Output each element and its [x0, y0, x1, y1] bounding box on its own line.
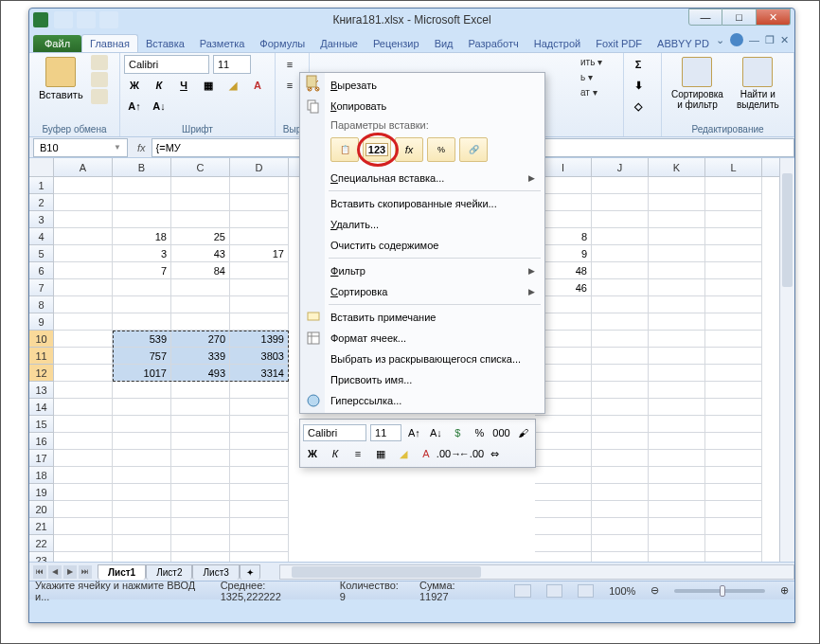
cell-B17[interactable]	[113, 450, 171, 467]
zoom-in-button[interactable]: ⊕	[780, 584, 789, 597]
row-header-23[interactable]: 23	[29, 552, 54, 562]
ctx-format-cells[interactable]: Формат ячеек...	[302, 328, 543, 349]
cell-J7[interactable]	[592, 279, 649, 296]
row-header-9[interactable]: 9	[29, 313, 54, 331]
qat-undo-icon[interactable]	[77, 11, 96, 28]
file-tab[interactable]: Файл	[33, 35, 81, 52]
cell-C10[interactable]: 270	[171, 331, 230, 348]
cell-L1[interactable]	[705, 177, 762, 194]
cell-K16[interactable]	[649, 433, 705, 450]
cell-D19[interactable]	[230, 484, 289, 501]
cell-A12[interactable]	[54, 365, 113, 382]
cell-J1[interactable]	[592, 177, 649, 194]
cell-A18[interactable]	[54, 467, 113, 484]
cell-B4[interactable]: 18	[113, 228, 171, 245]
cell-D18[interactable]	[230, 467, 289, 484]
row-header-2[interactable]: 2	[29, 194, 54, 211]
cell-D21[interactable]	[230, 518, 289, 535]
mt-border-icon[interactable]: ▦	[371, 445, 390, 462]
row-header-5[interactable]: 5	[29, 245, 54, 262]
ctx-clear[interactable]: Очистить содержимое	[302, 235, 543, 256]
col-D[interactable]: D	[230, 158, 289, 176]
font-name-combo[interactable]: Calibri	[124, 55, 209, 74]
row-header-3[interactable]: 3	[29, 211, 54, 228]
mt-currency-icon[interactable]: $	[449, 424, 467, 441]
paste-button[interactable]: Вставить	[33, 55, 89, 102]
cell-J12[interactable]	[592, 365, 649, 382]
cell-L3[interactable]	[705, 211, 762, 228]
cell-D1[interactable]	[230, 177, 289, 194]
cell-J6[interactable]	[592, 262, 649, 279]
row-header-12[interactable]: 12	[29, 365, 54, 382]
cell-D14[interactable]	[230, 399, 289, 416]
ctx-pick-from-list[interactable]: Выбрать из раскрывающегося списка...	[302, 349, 543, 369]
mt-fill-icon[interactable]: ◢	[394, 445, 413, 462]
row-header-20[interactable]: 20	[29, 501, 54, 518]
cell-I19[interactable]	[535, 484, 592, 501]
cell-K17[interactable]	[649, 450, 705, 467]
cell-I15[interactable]	[535, 416, 592, 433]
cell-C23[interactable]	[171, 552, 230, 562]
select-all-corner[interactable]	[29, 158, 54, 176]
italic-button[interactable]: К	[149, 76, 169, 95]
row-header-22[interactable]: 22	[29, 535, 54, 552]
mt-grow-font-icon[interactable]: A↑	[405, 424, 423, 441]
doc-close-icon[interactable]: ✕	[780, 34, 789, 46]
cell-B15[interactable]	[113, 416, 171, 433]
cell-K4[interactable]	[649, 228, 705, 245]
cell-A1[interactable]	[54, 177, 113, 194]
fill-icon[interactable]: ⬇	[628, 76, 649, 95]
ctx-insert-copied[interactable]: Вставить скопированные ячейки...	[302, 193, 543, 214]
cell-D20[interactable]	[230, 501, 289, 518]
font-color-button[interactable]: A	[247, 76, 268, 95]
cell-C4[interactable]: 25	[171, 228, 230, 245]
cell-B21[interactable]	[113, 518, 171, 535]
cell-A8[interactable]	[54, 296, 113, 313]
cell-J16[interactable]	[592, 433, 649, 450]
sheet-tab-new[interactable]: ✦	[240, 564, 260, 580]
clear-icon[interactable]: ◇	[628, 97, 649, 116]
mt-font-combo[interactable]: Calibri	[303, 424, 366, 441]
cell-K5[interactable]	[649, 245, 705, 262]
row-header-18[interactable]: 18	[29, 467, 54, 484]
row-header-10[interactable]: 10	[29, 331, 54, 348]
cell-C5[interactable]: 43	[171, 245, 230, 262]
view-layout-icon[interactable]	[546, 584, 562, 598]
cell-L12[interactable]	[705, 365, 762, 382]
mt-format-painter-icon[interactable]: 🖌	[514, 424, 532, 441]
cell-A7[interactable]	[54, 279, 113, 296]
cell-K13[interactable]	[649, 382, 705, 399]
tab-abbyy[interactable]: ABBYY PD	[650, 35, 717, 52]
cell-K21[interactable]	[649, 518, 705, 535]
cell-L18[interactable]	[705, 467, 762, 484]
cell-J9[interactable]	[592, 313, 649, 331]
cell-L9[interactable]	[705, 313, 762, 331]
doc-min-icon[interactable]: —	[749, 34, 759, 45]
zoom-slider[interactable]	[674, 589, 765, 593]
cell-A17[interactable]	[54, 450, 113, 467]
tab-foxit[interactable]: Foxit PDF	[588, 35, 650, 52]
cells-partial[interactable]: ить ▾ ь ▾ ат ▾	[580, 55, 619, 133]
cell-C13[interactable]	[171, 382, 230, 399]
cell-A13[interactable]	[54, 382, 113, 399]
cell-C19[interactable]	[171, 484, 230, 501]
cell-J5[interactable]	[592, 245, 649, 262]
tab-developer[interactable]: Разработч	[461, 35, 526, 52]
cell-A6[interactable]	[54, 262, 113, 279]
cell-D15[interactable]	[230, 416, 289, 433]
cell-L16[interactable]	[705, 433, 762, 450]
cell-L15[interactable]	[705, 416, 762, 433]
row-header-17[interactable]: 17	[29, 450, 54, 467]
paste-opt-link[interactable]: 🔗	[459, 137, 488, 162]
cell-C11[interactable]: 339	[171, 348, 230, 365]
cell-I22[interactable]	[535, 535, 592, 552]
cell-A16[interactable]	[54, 433, 113, 450]
cell-L14[interactable]	[705, 399, 762, 416]
tab-addins[interactable]: Надстрой	[526, 35, 588, 52]
tab-layout[interactable]: Разметка	[192, 35, 253, 52]
cell-A22[interactable]	[54, 535, 113, 552]
cell-B16[interactable]	[113, 433, 171, 450]
mt-bold-button[interactable]: Ж	[303, 445, 322, 462]
ctx-insert-comment[interactable]: Вставить примечание	[302, 307, 543, 328]
cell-K18[interactable]	[649, 467, 705, 484]
